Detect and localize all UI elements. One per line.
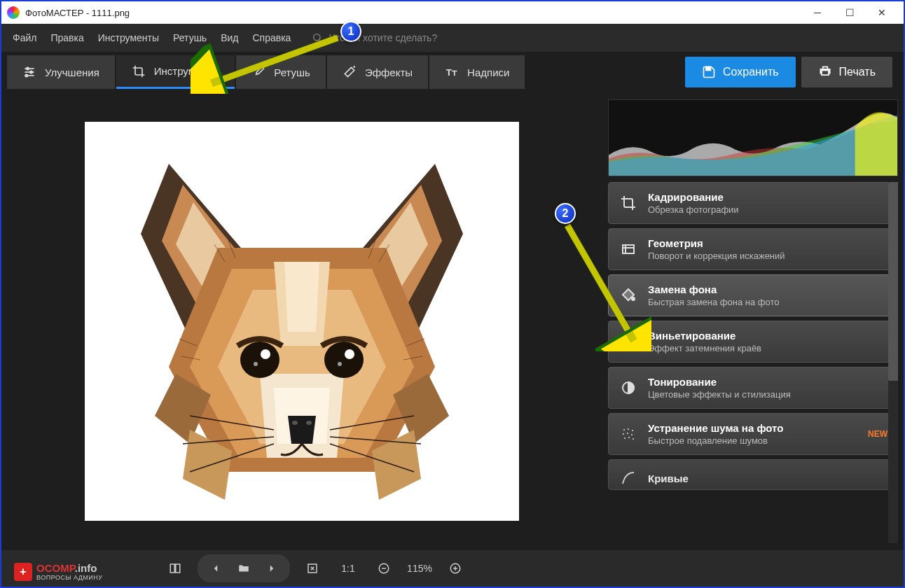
print-label: Печать: [839, 66, 876, 78]
arrow-1: [191, 31, 345, 94]
compare-icon: [169, 562, 181, 575]
tool-geometry-desc: Поворот и коррекция искажений: [648, 251, 887, 261]
tab-enhance[interactable]: Улучшения: [7, 55, 115, 89]
prev-button[interactable]: [205, 557, 227, 580]
tab-enhance-label: Улучшения: [45, 66, 99, 78]
canvas-area[interactable]: [1, 92, 602, 550]
minimize-button[interactable]: ─: [801, 2, 834, 23]
tool-replace-bg[interactable]: Замена фона Быстрая замена фона на фото: [608, 274, 898, 316]
open-button[interactable]: [233, 557, 255, 580]
tool-crop[interactable]: Кадрирование Обрезка фотографии: [608, 182, 898, 224]
svg-point-65: [623, 433, 624, 435]
tool-replace-bg-title: Замена фона: [648, 284, 887, 295]
tool-curves[interactable]: Кривые: [608, 459, 898, 490]
svg-point-64: [632, 430, 633, 431]
tool-vignette-desc: Эффект затемнения краёв: [648, 343, 887, 354]
main-area: Кадрирование Обрезка фотографии Геометри…: [1, 92, 904, 550]
save-button[interactable]: Сохранить: [685, 57, 796, 88]
svg-line-9: [354, 66, 355, 68]
watermark-icon: +: [14, 563, 32, 581]
svg-point-6: [30, 71, 32, 73]
svg-marker-28: [288, 416, 316, 444]
tool-vignette[interactable]: Виньетирование Эффект затемнения краёв: [608, 321, 898, 363]
text-icon: Tᴛ: [445, 65, 459, 79]
chevron-right-icon: [265, 562, 278, 575]
window-title: ФотоМАСТЕР - 1111.png: [25, 8, 130, 18]
sliders-icon: [22, 65, 36, 79]
svg-point-29: [292, 421, 298, 425]
fit-button[interactable]: [301, 557, 324, 580]
svg-text:Tᴛ: Tᴛ: [446, 67, 457, 78]
next-button[interactable]: [261, 557, 283, 580]
tool-replace-bg-desc: Быстрая замена фона на фото: [648, 297, 887, 307]
tool-denoise-title: Устранение шума на фото: [648, 422, 858, 434]
save-icon: [702, 65, 716, 79]
compare-button[interactable]: [164, 557, 186, 580]
zoom-value: 115%: [402, 563, 437, 574]
close-button[interactable]: ✕: [866, 2, 898, 23]
statusbar: + OCOMP.info ВОПРОСЫ АДМИНУ 1:1 115%: [1, 550, 904, 587]
svg-marker-25: [284, 262, 319, 332]
svg-point-68: [624, 438, 626, 439]
svg-point-7: [25, 74, 27, 76]
svg-point-32: [324, 342, 364, 378]
toolbar: Улучшения Инструменты Ретушь Эффекты Tᴛ …: [1, 52, 904, 92]
print-icon: [818, 65, 832, 79]
tool-vignette-title: Виньетирование: [648, 330, 887, 342]
svg-point-34: [345, 349, 354, 359]
tool-crop-title: Кадрирование: [648, 191, 887, 203]
svg-point-66: [627, 433, 628, 434]
titlebar: ФотоМАСТЕР - 1111.png ─ ☐ ✕: [1, 1, 904, 24]
tab-captions[interactable]: Tᴛ Надписи: [429, 55, 525, 89]
svg-point-31: [240, 342, 279, 378]
tool-toning-desc: Цветовые эффекты и стилизация: [648, 389, 887, 400]
svg-point-62: [623, 429, 625, 430]
marker-1: 1: [340, 21, 361, 42]
svg-rect-71: [170, 564, 174, 573]
tool-denoise[interactable]: Устранение шума на фото Быстрое подавлен…: [608, 413, 898, 455]
menubar: Файл Правка Инструменты Ретушь Вид Справ…: [1, 24, 904, 52]
svg-point-36: [338, 362, 342, 366]
new-badge: NEW: [868, 429, 887, 439]
menu-tools[interactable]: Инструменты: [98, 32, 159, 43]
chevron-left-icon: [209, 562, 222, 575]
scrollbar-thumb[interactable]: [888, 182, 898, 381]
folder-icon: [237, 562, 250, 575]
arrow-2: [560, 218, 651, 351]
menu-edit[interactable]: Правка: [50, 32, 83, 43]
zoom-group: 1:1 115%: [301, 557, 467, 580]
svg-point-30: [306, 421, 312, 425]
histogram[interactable]: [608, 99, 898, 176]
svg-rect-12: [822, 71, 829, 76]
svg-rect-72: [176, 564, 180, 573]
menu-file[interactable]: Файл: [13, 32, 36, 43]
marker-2: 2: [555, 203, 576, 224]
tool-geometry[interactable]: Геометрия Поворот и коррекция искажений: [608, 228, 898, 270]
toning-icon: [619, 378, 638, 398]
fit-label[interactable]: 1:1: [331, 563, 366, 574]
print-button[interactable]: Печать: [801, 57, 892, 88]
watermark: + OCOMP.info ВОПРОСЫ АДМИНУ: [14, 562, 103, 581]
window-controls: ─ ☐ ✕: [801, 2, 898, 23]
tools-list: Кадрирование Обрезка фотографии Геометри…: [608, 182, 898, 543]
tool-toning-title: Тонирование: [648, 376, 887, 388]
zoom-in-button[interactable]: [444, 557, 467, 580]
curves-icon: [619, 468, 638, 488]
svg-point-35: [254, 362, 258, 366]
save-label: Сохранить: [723, 66, 779, 78]
svg-point-5: [27, 67, 29, 69]
crop-icon: [619, 193, 638, 213]
nav-group: [198, 554, 290, 582]
tool-denoise-desc: Быстрое подавление шумов: [648, 435, 858, 446]
zoom-out-button[interactable]: [373, 557, 395, 580]
minus-icon: [378, 562, 390, 575]
svg-rect-13: [822, 67, 827, 69]
svg-point-63: [628, 428, 629, 430]
tool-toning[interactable]: Тонирование Цветовые эффекты и стилизаци…: [608, 367, 898, 409]
maximize-button[interactable]: ☐: [834, 2, 866, 23]
scrollbar[interactable]: [888, 182, 898, 543]
canvas-image: [85, 122, 519, 521]
svg-line-84: [567, 225, 634, 341]
tool-crop-desc: Обрезка фотографии: [648, 204, 887, 215]
watermark-brand: OCOMP.info: [36, 562, 103, 574]
